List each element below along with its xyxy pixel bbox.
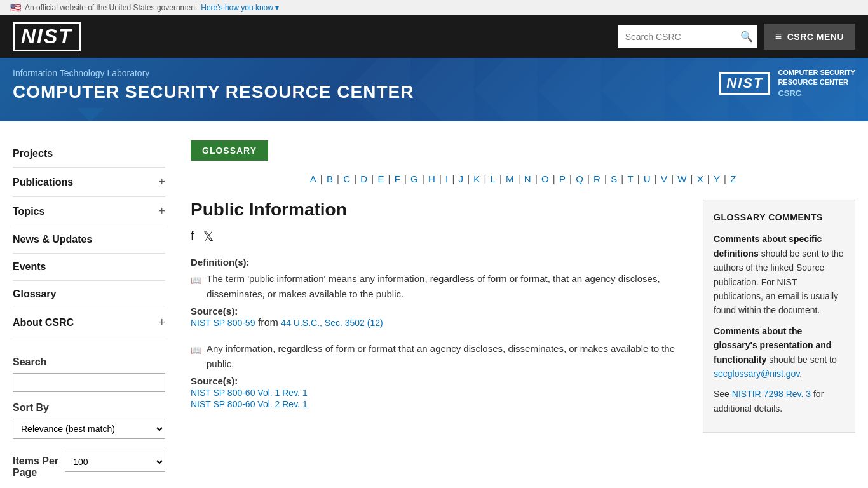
alpha-f[interactable]: F	[393, 173, 402, 184]
alpha-k[interactable]: K	[472, 173, 481, 184]
facebook-icon[interactable]: f	[191, 229, 194, 244]
book-icon-2: 📖	[191, 343, 201, 372]
alpha-w[interactable]: W	[676, 173, 688, 184]
source-link-usc[interactable]: 44 U.S.C., Sec. 3502 (12)	[281, 318, 383, 328]
glossary-email-link[interactable]: secglossary@nist.gov	[714, 369, 799, 379]
hamburger-icon: ≡	[775, 30, 782, 43]
nist-logo: NIST	[13, 22, 81, 51]
gov-banner-text: An official website of the United States…	[25, 3, 197, 12]
gov-banner-link[interactable]: Here's how you know ▾	[201, 3, 279, 12]
def-text-1: 📖 The term 'public information' means an…	[191, 271, 684, 302]
source-link-sp800-60-v1[interactable]: NIST SP 800-60 Vol. 1 Rev. 1	[191, 388, 308, 398]
sidebar-search-label: Search	[13, 356, 165, 368]
alpha-o[interactable]: O	[540, 173, 550, 184]
alpha-a[interactable]: A	[309, 173, 318, 184]
alpha-m[interactable]: M	[505, 173, 515, 184]
alpha-g[interactable]: G	[409, 173, 419, 184]
nistir-link[interactable]: NISTIR 7298 Rev. 3	[732, 389, 811, 399]
source-link-sp800-59[interactable]: NIST SP 800-59	[191, 318, 255, 328]
sidebar-nav-list: Projects Publications + Topics +	[13, 140, 165, 337]
alpha-c[interactable]: C	[342, 173, 351, 184]
items-per-page-row: Items Per Page 10 25 50 100	[13, 452, 165, 482]
sidebar-item-topics: Topics +	[13, 197, 165, 226]
items-per-page-label: Items Per Page	[13, 456, 58, 478]
alpha-z[interactable]: Z	[729, 173, 737, 184]
sidebar-nav: Projects Publications + Topics +	[13, 140, 165, 337]
topics-expand-icon: +	[158, 205, 165, 218]
sidebar-sort-select[interactable]: Relevance (best match) Date Title	[13, 419, 165, 439]
sidebar-item-events: Events	[13, 254, 165, 281]
alpha-i[interactable]: I	[444, 173, 449, 184]
about-expand-icon: +	[158, 316, 165, 329]
site-header: NIST 🔍 ≡ CSRC MENU	[0, 15, 868, 58]
search-input[interactable]	[625, 32, 736, 42]
sidebar-sort-label: Sort By	[13, 402, 165, 414]
search-icon-button[interactable]: 🔍	[740, 30, 753, 43]
source-row-2: Source(s): NIST SP 800-60 Vol. 1 Rev. 1 …	[191, 376, 684, 410]
glossary-comments-title: GLOSSARY COMMENTS	[714, 210, 844, 224]
sidebar-search-section: Search Sort By Relevance (best match) Da…	[13, 356, 165, 482]
content-area: GLOSSARY A | B | C | D | E | F | G | H |…	[178, 140, 855, 482]
csrc-header: Information Technology Laboratory COMPUT…	[0, 58, 868, 121]
sidebar-link-projects[interactable]: Projects	[13, 140, 165, 167]
alpha-t[interactable]: T	[626, 173, 634, 184]
alpha-d[interactable]: D	[359, 173, 369, 184]
alpha-r[interactable]: R	[592, 173, 602, 184]
sidebar-link-events[interactable]: Events	[13, 254, 165, 280]
glossary-comments-para3: See NISTIR 7298 Rev. 3 for additional de…	[714, 387, 844, 416]
search-box-container: 🔍	[618, 25, 757, 48]
alpha-l[interactable]: L	[489, 173, 497, 184]
itl-label: Information Technology Laboratory	[13, 68, 414, 78]
glossary-comments-para1: Comments about specific definitions shou…	[714, 232, 844, 317]
alpha-y[interactable]: Y	[712, 173, 721, 184]
page-title: Public Information	[191, 200, 684, 220]
main-container: Projects Publications + Topics +	[0, 121, 868, 488]
csrc-logo-right: NIST COMPUTER SECURITY RESOURCE CENTER C…	[719, 68, 855, 99]
glossary-comments-para2: Comments about the glossary's presentati…	[714, 324, 844, 381]
items-per-page-select[interactable]: 10 25 50 100	[65, 452, 165, 472]
source-links-2: NIST SP 800-60 Vol. 1 Rev. 1 NIST SP 800…	[191, 387, 308, 409]
csrc-menu-button[interactable]: ≡ CSRC MENU	[764, 24, 855, 50]
alpha-h[interactable]: H	[427, 173, 437, 184]
sidebar-link-publications[interactable]: Publications +	[13, 168, 165, 196]
sidebar-item-news-updates: News & Updates	[13, 226, 165, 254]
alpha-v[interactable]: V	[660, 173, 668, 184]
header-arrow	[76, 108, 104, 121]
alpha-e[interactable]: E	[376, 173, 385, 184]
csrc-nist-logo: NIST	[719, 72, 770, 95]
alpha-j[interactable]: J	[458, 173, 465, 184]
csrc-title: COMPUTER SECURITY RESOURCE CENTER	[13, 82, 414, 102]
sidebar-search-input[interactable]	[13, 373, 165, 392]
sidebar-link-about-csrc[interactable]: About CSRC +	[13, 308, 165, 337]
header-right: 🔍 ≡ CSRC MENU	[618, 24, 855, 50]
def-text-2: 📖 Any information, regardless of form or…	[191, 341, 684, 372]
alpha-b[interactable]: B	[325, 173, 334, 184]
glossary-comments-sidebar: GLOSSARY COMMENTS Comments about specifi…	[703, 200, 855, 433]
alpha-u[interactable]: U	[642, 173, 652, 184]
publications-expand-icon: +	[158, 175, 165, 189]
alpha-p[interactable]: P	[558, 173, 567, 184]
sidebar-link-news-updates[interactable]: News & Updates	[13, 226, 165, 253]
twitter-icon[interactable]: 𝕏	[203, 229, 214, 244]
alpha-nav: A | B | C | D | E | F | G | H | I | J | …	[191, 173, 855, 184]
glossary-badge: GLOSSARY	[191, 140, 268, 161]
def-label-1: Definition(s):	[191, 257, 684, 268]
definition-block-1: Definition(s): 📖 The term 'public inform…	[191, 257, 684, 329]
csrc-header-left: Information Technology Laboratory COMPUT…	[13, 68, 414, 102]
definition-block-2: 📖 Any information, regardless of form or…	[191, 341, 684, 410]
alpha-x[interactable]: X	[696, 173, 705, 184]
content-inner: Public Information f 𝕏 Definition(s): 📖 …	[191, 200, 855, 433]
sidebar-link-topics[interactable]: Topics +	[13, 197, 165, 226]
alpha-n[interactable]: N	[523, 173, 532, 184]
source-row-1: Source(s): NIST SP 800-59 from 44 U.S.C.…	[191, 306, 684, 329]
book-icon-1: 📖	[191, 273, 201, 302]
sidebar-item-publications: Publications +	[13, 168, 165, 197]
social-icons: f 𝕏	[191, 229, 684, 244]
content-main: Public Information f 𝕏 Definition(s): 📖 …	[191, 200, 684, 433]
alpha-q[interactable]: Q	[574, 173, 585, 184]
gov-banner: 🇺🇸 An official website of the United Sta…	[0, 0, 868, 15]
alpha-s[interactable]: S	[609, 173, 618, 184]
sidebar-item-projects: Projects	[13, 140, 165, 168]
sidebar-link-glossary[interactable]: Glossary	[13, 281, 165, 308]
source-link-sp800-60-v2[interactable]: NIST SP 800-60 Vol. 2 Rev. 1	[191, 399, 308, 409]
